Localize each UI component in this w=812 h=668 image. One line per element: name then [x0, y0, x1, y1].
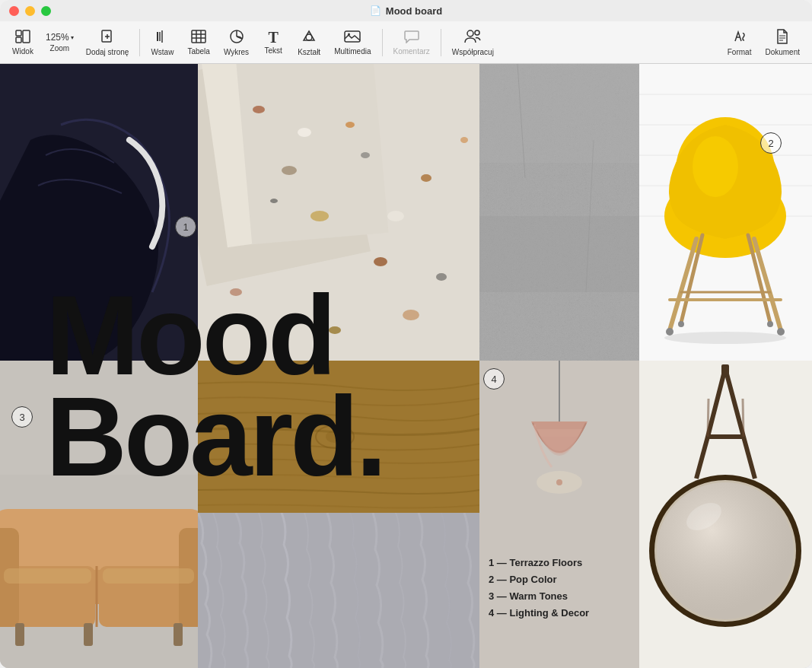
toolbar-wykres[interactable]: Wykres [218, 26, 255, 59]
svg-rect-2 [23, 30, 30, 43]
zoom-arrow-icon: ▾ [71, 34, 74, 41]
view-icon [15, 30, 30, 46]
svg-point-29 [253, 106, 265, 113]
format-icon [732, 29, 747, 46]
dokument-label: Dokument [765, 48, 800, 56]
toolbar-widok[interactable]: Widok [6, 27, 40, 59]
svg-point-15 [306, 34, 312, 40]
multimedia-icon [344, 30, 361, 46]
close-button[interactable] [9, 6, 19, 16]
toolbar-wspolpracuj[interactable]: Współpracuj [446, 26, 500, 59]
toolbar-komentarz[interactable]: Komentarz [387, 27, 436, 59]
svg-point-19 [475, 30, 479, 35]
zoom-label: Zoom [50, 44, 70, 52]
svg-point-41 [436, 273, 447, 281]
window-title: 📄 Mood board [370, 5, 442, 17]
window-controls [9, 6, 51, 16]
svg-rect-83 [174, 623, 183, 646]
svg-point-97 [537, 471, 582, 494]
multimedia-label: Multimedia [334, 47, 371, 56]
terrazzo-bg [198, 64, 479, 361]
dokument-icon [776, 29, 788, 46]
page-badge-2: 2 [760, 132, 782, 154]
svg-point-36 [460, 137, 468, 143]
svg-point-30 [282, 166, 297, 175]
document-icon: 📄 [370, 5, 381, 16]
maximize-button[interactable] [41, 6, 51, 16]
toolbar-separator-2 [382, 29, 383, 56]
ksztalt-icon [301, 29, 317, 46]
cell-fur [198, 513, 479, 668]
canvas-area: 1 — Terrazzo Floors 2 — Pop Color 3 — Wa… [0, 64, 812, 668]
toolbar: Widok 125% ▾ Zoom Dodaj stronę Wstaw [0, 21, 812, 64]
svg-point-69 [678, 321, 684, 327]
svg-point-32 [310, 211, 329, 221]
page-badge-1: 1 [175, 216, 196, 237]
toolbar-dodaj-strone[interactable]: Dodaj stronę [80, 26, 135, 59]
svg-point-70 [767, 321, 773, 327]
toolbar-wstaw[interactable]: Wstaw [145, 26, 180, 59]
svg-rect-0 [16, 30, 21, 36]
toolbar-dokument[interactable]: Dokument [759, 26, 806, 59]
svg-point-17 [348, 33, 350, 35]
minimize-button[interactable] [25, 6, 35, 16]
toolbar-tekst[interactable]: T Tekst [256, 27, 290, 58]
svg-rect-47 [479, 64, 639, 163]
toolbar-multimedia[interactable]: Multimedia [328, 27, 377, 59]
svg-point-67 [666, 328, 673, 336]
svg-point-37 [403, 310, 419, 320]
svg-point-33 [421, 174, 431, 182]
svg-point-71 [664, 332, 786, 344]
page-badge-3: 3 [11, 406, 33, 428]
widok-label: Widok [12, 47, 33, 56]
svg-text:1 — Terrazzo Floors: 1 — Terrazzo Floors [489, 557, 582, 568]
svg-text:4 — Lighting & Decor: 4 — Lighting & Decor [489, 607, 589, 619]
svg-point-31 [345, 122, 355, 128]
cell-navy-chair [0, 64, 198, 361]
add-page-icon [100, 29, 115, 46]
moodboard: 1 — Terrazzo Floors 2 — Pop Color 3 — Wa… [0, 64, 812, 668]
svg-text:3 — Warm Tones: 3 — Warm Tones [489, 590, 568, 602]
cell-concrete [479, 64, 639, 361]
svg-point-42 [298, 128, 311, 137]
toolbar-separator-3 [441, 29, 441, 56]
svg-rect-1 [16, 37, 21, 43]
cell-wood-fur [198, 361, 479, 668]
tekst-icon: T [268, 30, 278, 45]
toolbar-zoom[interactable]: 125% ▾ Zoom [41, 29, 78, 56]
svg-rect-90 [198, 361, 479, 513]
wstaw-icon [156, 29, 168, 46]
tabela-icon [191, 30, 206, 46]
toolbar-format[interactable]: Format [721, 26, 758, 59]
toolbar-tabela[interactable]: Tabela [181, 27, 215, 59]
format-label: Format [728, 48, 752, 56]
tabela-label: Tabela [187, 47, 209, 56]
komentarz-label: Komentarz [393, 47, 430, 56]
svg-rect-86 [103, 568, 194, 584]
cell-grey-sofa [0, 361, 198, 668]
wspolpracuj-icon [464, 29, 481, 46]
svg-point-34 [374, 257, 387, 266]
svg-line-112 [743, 399, 744, 437]
page-badge-4: 4 [483, 368, 505, 390]
svg-rect-84 [84, 623, 93, 646]
toolbar-ksztalt[interactable]: Kształt [291, 26, 326, 59]
wstaw-label: Wstaw [151, 48, 174, 56]
svg-rect-82 [15, 623, 24, 646]
svg-rect-93 [198, 513, 479, 668]
svg-rect-103 [721, 364, 729, 376]
cell-yellow-chair [639, 64, 812, 361]
svg-point-40 [361, 152, 370, 158]
komentarz-icon [404, 30, 419, 46]
toolbar-separator-1 [139, 29, 140, 56]
svg-point-107 [657, 482, 794, 619]
ksztalt-label: Kształt [298, 48, 320, 56]
cell-mirror [639, 361, 812, 668]
svg-rect-85 [4, 568, 91, 584]
tekst-label: Tekst [264, 46, 282, 55]
svg-point-68 [777, 328, 785, 336]
wspolpracuj-label: Współpracuj [452, 48, 494, 56]
svg-rect-48 [479, 216, 639, 292]
title-bar: 📄 Mood board [0, 0, 812, 21]
svg-point-35 [230, 288, 242, 296]
